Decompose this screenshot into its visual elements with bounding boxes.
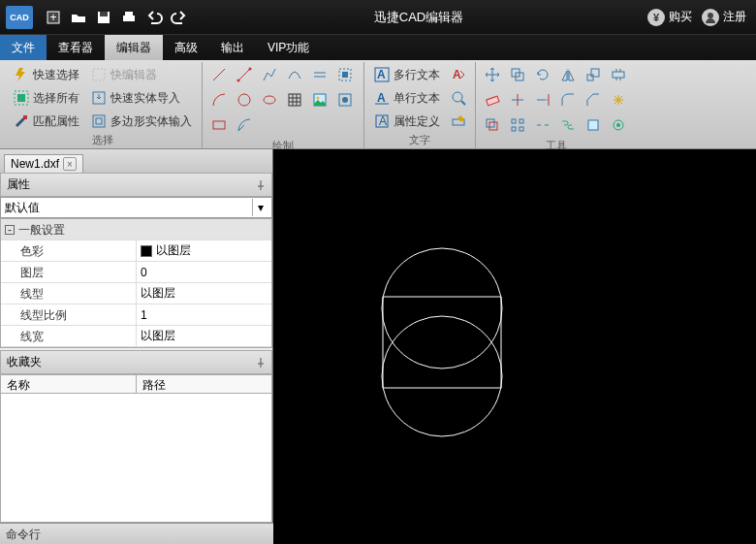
dimarc-icon[interactable] bbox=[234, 114, 255, 136]
tab-advanced[interactable]: 高级 bbox=[163, 35, 209, 60]
ribbon: 快速选择 选择所有 匹配属性 快编辑器 快速实体导入 多边形实体输入 选择 bbox=[0, 60, 756, 149]
tab-file[interactable]: 文件 bbox=[0, 35, 47, 60]
rect-icon[interactable] bbox=[208, 114, 230, 136]
app-logo: CAD bbox=[6, 6, 33, 29]
array-icon[interactable] bbox=[507, 114, 528, 136]
stretch-icon[interactable] bbox=[608, 64, 629, 85]
prop-row-color[interactable]: 色彩以图层 bbox=[1, 240, 271, 262]
select-all-button[interactable]: 选择所有 bbox=[10, 87, 83, 109]
select-all-icon bbox=[14, 90, 29, 106]
new-icon[interactable]: + bbox=[43, 7, 64, 28]
prop-row-linetype[interactable]: 线型以图层 bbox=[1, 283, 271, 304]
print-icon[interactable] bbox=[118, 7, 140, 28]
erase-icon[interactable] bbox=[482, 89, 503, 111]
svg-rect-62 bbox=[520, 127, 523, 131]
trim-icon[interactable] bbox=[507, 89, 528, 111]
undo-icon[interactable] bbox=[143, 7, 165, 28]
quick-select-button[interactable]: 快速选择 bbox=[10, 64, 83, 85]
document-tab[interactable]: New1.dxf × bbox=[4, 154, 83, 173]
attdef-button[interactable]: A属性定义 bbox=[370, 111, 444, 132]
rotate-icon[interactable] bbox=[532, 64, 553, 85]
move-icon[interactable] bbox=[482, 64, 503, 85]
open-icon[interactable] bbox=[68, 7, 89, 28]
join-icon[interactable] bbox=[557, 114, 579, 136]
break-icon[interactable] bbox=[532, 114, 553, 136]
ellipse-icon[interactable] bbox=[259, 89, 280, 111]
properties-header: 属性 bbox=[0, 173, 272, 197]
redo-icon[interactable] bbox=[169, 7, 190, 28]
edit-text-icon[interactable] bbox=[448, 111, 469, 132]
pin-icon[interactable] bbox=[256, 180, 266, 190]
extend-icon[interactable] bbox=[532, 89, 553, 111]
scale-icon[interactable] bbox=[583, 64, 604, 85]
svg-rect-12 bbox=[93, 115, 105, 127]
svg-point-23 bbox=[264, 96, 275, 104]
svg-rect-60 bbox=[520, 119, 523, 123]
circle-icon[interactable] bbox=[234, 89, 255, 111]
svg-rect-21 bbox=[342, 72, 348, 78]
brush-icon bbox=[14, 113, 29, 129]
svg-rect-9 bbox=[23, 115, 27, 119]
match-props-button[interactable]: 匹配属性 bbox=[10, 111, 83, 132]
svg-rect-61 bbox=[512, 127, 516, 131]
dtext-button[interactable]: A单行文本 bbox=[370, 87, 444, 109]
svg-rect-50 bbox=[613, 72, 624, 78]
tab-editor[interactable]: 编辑器 bbox=[105, 35, 163, 60]
svg-line-43 bbox=[461, 101, 465, 105]
menu-bar: 文件 查看器 编辑器 高级 输出 VIP功能 bbox=[0, 35, 756, 60]
svg-rect-49 bbox=[591, 69, 599, 77]
props-type-combo[interactable]: 默认值 ▾ bbox=[0, 197, 272, 218]
fillet-icon[interactable] bbox=[557, 89, 579, 111]
quick-entity-import-button[interactable]: 快速实体导入 bbox=[87, 87, 196, 109]
pin-icon[interactable] bbox=[256, 358, 266, 368]
svg-rect-10 bbox=[93, 69, 105, 80]
save-icon[interactable] bbox=[93, 7, 114, 28]
arc-icon[interactable] bbox=[208, 89, 230, 111]
tab-output[interactable]: 输出 bbox=[209, 35, 256, 60]
prop-row-lineweight[interactable]: 线宽以图层 bbox=[1, 326, 271, 347]
prop-category-general[interactable]: -一般设置 bbox=[1, 219, 271, 240]
polyline-tool-icon[interactable] bbox=[259, 64, 280, 85]
document-tab-bar: New1.dxf × bbox=[0, 149, 272, 173]
mirror-icon[interactable] bbox=[557, 64, 579, 85]
close-icon[interactable]: × bbox=[63, 157, 77, 171]
main: New1.dxf × 属性 默认值 ▾ -一般设置 色彩以图层 图层0 线型以图… bbox=[0, 149, 756, 523]
prop-row-ltscale[interactable]: 线型比例1 bbox=[1, 304, 271, 326]
props-type-value: 默认值 bbox=[5, 200, 40, 216]
svg-point-67 bbox=[616, 123, 620, 127]
properties-title: 属性 bbox=[7, 176, 30, 193]
register-link[interactable]: 注册 bbox=[702, 9, 746, 26]
mtext-button[interactable]: A多行文本 bbox=[370, 64, 444, 85]
find-text-icon[interactable] bbox=[448, 87, 469, 109]
svg-rect-3 bbox=[100, 12, 108, 16]
svg-rect-59 bbox=[512, 119, 516, 123]
mline-icon[interactable] bbox=[309, 64, 331, 85]
buy-link[interactable]: ¥ 购买 bbox=[647, 9, 692, 26]
favorites-columns: 名称 路径 bbox=[0, 374, 272, 394]
region-icon[interactable] bbox=[334, 64, 356, 85]
copy-icon[interactable] bbox=[507, 64, 528, 85]
block-icon[interactable] bbox=[583, 114, 604, 136]
chamfer-icon[interactable] bbox=[583, 89, 604, 111]
drawing-canvas[interactable] bbox=[273, 149, 756, 544]
explode-icon[interactable] bbox=[608, 89, 629, 111]
tab-viewer[interactable]: 查看器 bbox=[47, 35, 105, 60]
line2-icon[interactable] bbox=[234, 64, 255, 85]
tool-misc-icon[interactable] bbox=[608, 114, 629, 136]
spline-icon[interactable] bbox=[284, 64, 305, 85]
left-panel: New1.dxf × 属性 默认值 ▾ -一般设置 色彩以图层 图层0 线型以图… bbox=[0, 149, 273, 523]
fav-col-path[interactable]: 路径 bbox=[137, 375, 271, 393]
insert-icon[interactable] bbox=[334, 89, 356, 111]
prop-row-layer[interactable]: 图层0 bbox=[1, 262, 271, 283]
image-icon[interactable] bbox=[309, 89, 331, 111]
tab-vip[interactable]: VIP功能 bbox=[256, 35, 321, 60]
polyline-import-button[interactable]: 多边形实体输入 bbox=[87, 111, 196, 132]
property-grid: -一般设置 色彩以图层 图层0 线型以图层 线型比例1 线宽以图层 bbox=[0, 218, 272, 348]
hatch-icon[interactable] bbox=[284, 89, 305, 111]
textstyle-icon[interactable]: A bbox=[448, 64, 469, 85]
offset-icon[interactable] bbox=[482, 114, 503, 136]
svg-rect-4 bbox=[123, 16, 135, 21]
fav-col-name[interactable]: 名称 bbox=[1, 375, 137, 393]
line-icon[interactable] bbox=[208, 64, 230, 85]
document-tab-label: New1.dxf bbox=[11, 157, 59, 171]
